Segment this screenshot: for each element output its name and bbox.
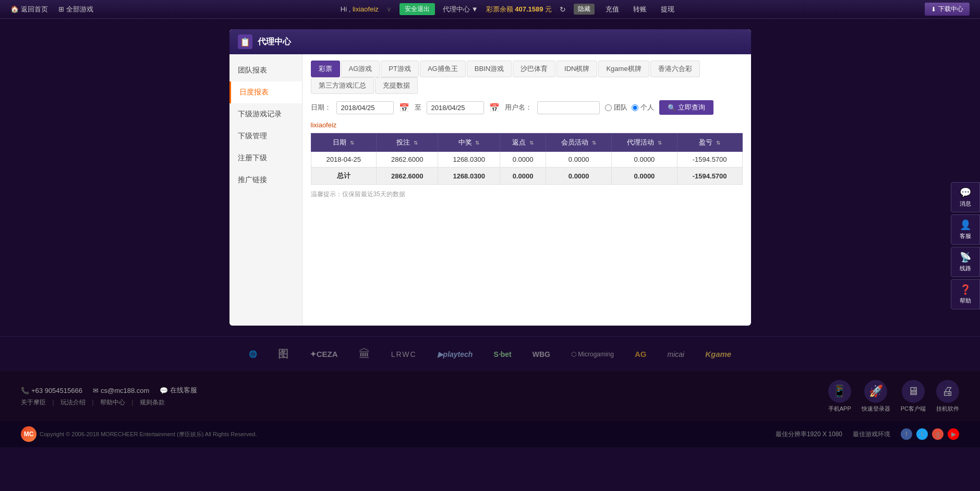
tab-bbin-games[interactable]: BBIN游戏 bbox=[467, 61, 512, 77]
tab-ag-games[interactable]: AG游戏 bbox=[341, 61, 380, 77]
team-radio-label[interactable]: 团队 bbox=[605, 103, 627, 112]
cell-win: 1268.0300 bbox=[438, 152, 500, 167]
tab-third-party[interactable]: 第三方游戏汇总 bbox=[311, 77, 374, 94]
help-link[interactable]: 帮助中心 bbox=[100, 398, 125, 407]
tab-recharge-data[interactable]: 充提数据 bbox=[375, 77, 418, 94]
download-button[interactable]: ⬇ 下载中心 bbox=[925, 3, 970, 16]
personal-radio[interactable] bbox=[632, 104, 638, 111]
username-link[interactable]: lixiaofeiz bbox=[311, 121, 743, 129]
sidebar-item-team-report[interactable]: 团队报表 bbox=[229, 59, 302, 81]
app-mobile[interactable]: 📱 手机APP bbox=[828, 380, 851, 413]
user-label: 用户名： bbox=[505, 103, 532, 112]
float-route-button[interactable]: 📡 线路 bbox=[951, 247, 980, 277]
search-icon: 🔍 bbox=[668, 104, 676, 112]
tab-bar: 彩票 AG游戏 PT游戏 AG捕鱼王 BBIN游戏 沙巴体育 IDN棋牌 Kga… bbox=[311, 61, 743, 94]
sort-icon-date[interactable]: ⇅ bbox=[350, 140, 354, 146]
footer-bottom: MC Copyright © 2006-2018 MORECHEER Enter… bbox=[0, 421, 980, 447]
tab-idn-chess[interactable]: IDN棋牌 bbox=[556, 61, 597, 77]
footer-info: 📞 +63 9054515666 ✉ cs@mc188.com 💬 在线客服 关… bbox=[0, 372, 980, 421]
twitter-icon[interactable]: t bbox=[916, 428, 928, 440]
all-games-button[interactable]: ⊞ 全部游戏 bbox=[58, 5, 93, 14]
help-icon: ❓ bbox=[960, 284, 971, 295]
logout-button[interactable]: 安全退出 bbox=[400, 3, 435, 15]
auto-machine-icon: 🖨 bbox=[936, 380, 959, 403]
cell-agent-activity: 0.0000 bbox=[612, 152, 677, 167]
date-to-input[interactable] bbox=[427, 101, 484, 114]
brand-lrwc: LRWC bbox=[391, 350, 417, 358]
sort-icon-member-activity[interactable]: ⇅ bbox=[592, 140, 596, 146]
nav-center: Hi , lixiaofeiz ∨ 安全退出 代理中心 ▼ 彩票余额 407.1… bbox=[341, 3, 677, 15]
team-radio[interactable] bbox=[605, 104, 612, 111]
brand-ag: AG bbox=[635, 350, 647, 358]
sidebar-item-daily-report[interactable]: 日度报表 bbox=[229, 81, 302, 103]
sidebar-item-subordinate-manage[interactable]: 下级管理 bbox=[229, 125, 302, 147]
date-from-input[interactable] bbox=[336, 101, 394, 114]
phone-icon: 📞 bbox=[21, 387, 29, 394]
facebook-icon[interactable]: f bbox=[901, 428, 912, 440]
personal-radio-label[interactable]: 个人 bbox=[632, 103, 654, 112]
recharge-button[interactable]: 充值 bbox=[602, 4, 622, 15]
float-message-button[interactable]: 💬 消息 bbox=[951, 182, 980, 212]
agent-center-button[interactable]: 代理中心 ▼ bbox=[443, 5, 478, 14]
sort-icon-rebate[interactable]: ⇅ bbox=[529, 140, 534, 146]
app-pc-client[interactable]: 🖥 PC客户端 bbox=[901, 380, 926, 413]
phone-contact: 📞 +63 9054515666 bbox=[21, 386, 82, 395]
transfer-button[interactable]: 转账 bbox=[630, 4, 650, 15]
tab-saba-sports[interactable]: 沙巴体育 bbox=[513, 61, 555, 77]
withdraw-button[interactable]: 提现 bbox=[658, 4, 677, 15]
th-rebate: 返点 ⇅ bbox=[500, 134, 546, 152]
sort-icon-agent-activity[interactable]: ⇅ bbox=[658, 140, 662, 146]
gameplay-link[interactable]: 玩法介绍 bbox=[61, 398, 86, 407]
online-service-contact[interactable]: 💬 在线客服 bbox=[160, 386, 197, 395]
warning-text: 温馨提示：仅保留最近35天的数据 bbox=[311, 190, 743, 199]
home-button[interactable]: 🏠 返回首页 bbox=[10, 5, 48, 14]
footer-left: 📞 +63 9054515666 ✉ cs@mc188.com 💬 在线客服 关… bbox=[21, 386, 197, 407]
youtube-icon[interactable]: ▶ bbox=[948, 428, 959, 440]
nav-left: 🏠 返回首页 ⊞ 全部游戏 bbox=[10, 5, 93, 14]
username-filter-input[interactable] bbox=[537, 101, 600, 114]
app-quick-login[interactable]: 🚀 快速登录器 bbox=[862, 380, 890, 413]
tab-kgame-chess[interactable]: Kgame棋牌 bbox=[598, 61, 649, 77]
total-label: 总计 bbox=[311, 167, 377, 185]
footer-right-info: 最佳分辨率1920 X 1080 最佳游戏环境 f t g ▶ bbox=[776, 428, 959, 440]
cell-rebate: 0.0000 bbox=[500, 152, 546, 167]
brand-playtech: ▶playtech bbox=[438, 350, 473, 358]
about-link[interactable]: 关于摩臣 bbox=[21, 398, 46, 407]
message-icon: 💬 bbox=[960, 187, 971, 198]
sidebar-item-subordinate-records[interactable]: 下级游戏记录 bbox=[229, 103, 302, 125]
brand-wbg: WBG bbox=[533, 350, 550, 358]
total-agent-activity: 0.0000 bbox=[612, 167, 677, 185]
tab-hk-lottery[interactable]: 香港六合彩 bbox=[650, 61, 700, 77]
sort-icon-bet[interactable]: ⇅ bbox=[414, 140, 418, 146]
calendar-from-icon[interactable]: 📅 bbox=[399, 103, 409, 113]
tab-lottery[interactable]: 彩票 bbox=[311, 61, 340, 77]
app-auto-machine[interactable]: 🖨 挂机软件 bbox=[936, 380, 959, 413]
th-profit-loss: 盈亏 ⇅ bbox=[677, 134, 742, 152]
customer-service-icon: 👤 bbox=[960, 219, 971, 231]
total-rebate: 0.0000 bbox=[500, 167, 546, 185]
top-navigation: 🏠 返回首页 ⊞ 全部游戏 Hi , lixiaofeiz ∨ 安全退出 代理中… bbox=[0, 0, 980, 19]
hide-button[interactable]: 隐藏 bbox=[574, 4, 595, 15]
refresh-icon[interactable]: ↻ bbox=[560, 5, 566, 14]
cell-member-activity: 0.0000 bbox=[546, 152, 612, 167]
th-member-activity: 会员活动 ⇅ bbox=[546, 134, 612, 152]
sort-icon-profit-loss[interactable]: ⇅ bbox=[716, 140, 720, 146]
panel-header: 📋 代理中心 bbox=[229, 29, 751, 54]
float-help-button[interactable]: ❓ 帮助 bbox=[951, 279, 980, 309]
float-customer-service-button[interactable]: 👤 客服 bbox=[951, 214, 980, 245]
rules-link[interactable]: 规则条款 bbox=[140, 398, 165, 407]
sort-icon-win[interactable]: ⇅ bbox=[475, 140, 479, 146]
search-button[interactable]: 🔍 立即查询 bbox=[659, 100, 713, 115]
total-bet: 2862.6000 bbox=[377, 167, 438, 185]
email-contact: ✉ cs@mc188.com bbox=[93, 386, 149, 395]
tab-ag-fish[interactable]: AG捕鱼王 bbox=[420, 61, 466, 77]
th-date: 日期 ⇅ bbox=[311, 134, 377, 152]
sidebar-item-register-subordinate[interactable]: 注册下级 bbox=[229, 147, 302, 169]
tab-pt-games[interactable]: PT游戏 bbox=[381, 61, 419, 77]
footer-contacts: 📞 +63 9054515666 ✉ cs@mc188.com 💬 在线客服 bbox=[21, 386, 197, 395]
calendar-to-icon[interactable]: 📅 bbox=[489, 103, 500, 113]
google-icon[interactable]: g bbox=[932, 428, 943, 440]
cell-bet: 2862.6000 bbox=[377, 152, 438, 167]
footer-logo: MC Copyright © 2006-2018 MORECHEER Enter… bbox=[21, 426, 257, 442]
sidebar-item-promo-link[interactable]: 推广链接 bbox=[229, 169, 302, 191]
